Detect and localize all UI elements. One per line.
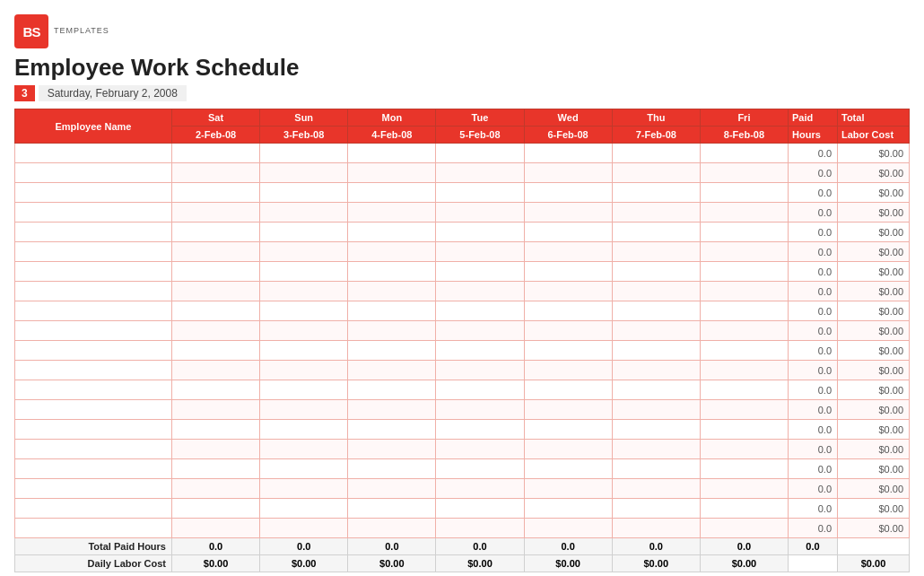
day-cell[interactable]: [612, 183, 700, 203]
day-cell[interactable]: [524, 242, 612, 262]
day-cell[interactable]: [348, 242, 436, 262]
employee-name-cell[interactable]: [15, 262, 172, 282]
day-cell[interactable]: [612, 341, 700, 361]
employee-name-cell[interactable]: [15, 459, 172, 479]
day-cell[interactable]: [260, 361, 348, 380]
day-cell[interactable]: [700, 400, 788, 420]
day-cell[interactable]: [612, 361, 700, 380]
day-cell[interactable]: [436, 203, 524, 223]
employee-name-cell[interactable]: [15, 420, 172, 440]
day-cell[interactable]: [524, 223, 612, 242]
day-cell[interactable]: [612, 163, 700, 183]
day-cell[interactable]: [436, 380, 524, 400]
day-cell[interactable]: [172, 242, 260, 262]
day-cell[interactable]: [612, 479, 700, 499]
day-cell[interactable]: [700, 499, 788, 519]
day-cell[interactable]: [436, 144, 524, 163]
day-cell[interactable]: [172, 183, 260, 203]
day-cell[interactable]: [348, 183, 436, 203]
day-cell[interactable]: [436, 262, 524, 282]
day-cell[interactable]: [348, 420, 436, 440]
day-cell[interactable]: [260, 479, 348, 499]
day-cell[interactable]: [612, 242, 700, 262]
day-cell[interactable]: [700, 479, 788, 499]
day-cell[interactable]: [612, 262, 700, 282]
day-cell[interactable]: [172, 341, 260, 361]
day-cell[interactable]: [436, 301, 524, 321]
day-cell[interactable]: [348, 262, 436, 282]
day-cell[interactable]: [700, 341, 788, 361]
day-cell[interactable]: [700, 262, 788, 282]
day-cell[interactable]: [260, 262, 348, 282]
day-cell[interactable]: [700, 203, 788, 223]
day-cell[interactable]: [260, 301, 348, 321]
day-cell[interactable]: [348, 301, 436, 321]
employee-name-cell[interactable]: [15, 361, 172, 380]
day-cell[interactable]: [524, 262, 612, 282]
day-cell[interactable]: [260, 223, 348, 242]
day-cell[interactable]: [172, 223, 260, 242]
day-cell[interactable]: [436, 459, 524, 479]
employee-name-cell[interactable]: [15, 301, 172, 321]
day-cell[interactable]: [260, 341, 348, 361]
day-cell[interactable]: [172, 203, 260, 223]
day-cell[interactable]: [436, 440, 524, 459]
employee-name-cell[interactable]: [15, 400, 172, 420]
day-cell[interactable]: [612, 400, 700, 420]
day-cell[interactable]: [700, 459, 788, 479]
day-cell[interactable]: [436, 321, 524, 341]
day-cell[interactable]: [524, 519, 612, 538]
day-cell[interactable]: [172, 519, 260, 538]
employee-name-cell[interactable]: [15, 380, 172, 400]
day-cell[interactable]: [700, 242, 788, 262]
day-cell[interactable]: [348, 519, 436, 538]
day-cell[interactable]: [612, 459, 700, 479]
day-cell[interactable]: [348, 203, 436, 223]
day-cell[interactable]: [436, 242, 524, 262]
day-cell[interactable]: [524, 203, 612, 223]
day-cell[interactable]: [348, 163, 436, 183]
day-cell[interactable]: [436, 499, 524, 519]
employee-name-cell[interactable]: [15, 203, 172, 223]
day-cell[interactable]: [260, 499, 348, 519]
day-cell[interactable]: [612, 499, 700, 519]
day-cell[interactable]: [348, 282, 436, 301]
day-cell[interactable]: [260, 400, 348, 420]
day-cell[interactable]: [524, 163, 612, 183]
day-cell[interactable]: [260, 163, 348, 183]
day-cell[interactable]: [348, 479, 436, 499]
day-cell[interactable]: [172, 301, 260, 321]
employee-name-cell[interactable]: [15, 282, 172, 301]
day-cell[interactable]: [524, 361, 612, 380]
day-cell[interactable]: [524, 144, 612, 163]
day-cell[interactable]: [612, 144, 700, 163]
day-cell[interactable]: [436, 479, 524, 499]
day-cell[interactable]: [700, 163, 788, 183]
day-cell[interactable]: [172, 163, 260, 183]
day-cell[interactable]: [700, 440, 788, 459]
day-cell[interactable]: [172, 321, 260, 341]
day-cell[interactable]: [612, 440, 700, 459]
day-cell[interactable]: [612, 301, 700, 321]
day-cell[interactable]: [700, 183, 788, 203]
day-cell[interactable]: [172, 361, 260, 380]
day-cell[interactable]: [524, 459, 612, 479]
day-cell[interactable]: [172, 420, 260, 440]
day-cell[interactable]: [172, 459, 260, 479]
day-cell[interactable]: [348, 321, 436, 341]
day-cell[interactable]: [436, 183, 524, 203]
day-cell[interactable]: [700, 420, 788, 440]
day-cell[interactable]: [436, 361, 524, 380]
day-cell[interactable]: [524, 380, 612, 400]
day-cell[interactable]: [260, 459, 348, 479]
day-cell[interactable]: [260, 440, 348, 459]
day-cell[interactable]: [260, 519, 348, 538]
day-cell[interactable]: [348, 361, 436, 380]
employee-name-cell[interactable]: [15, 163, 172, 183]
day-cell[interactable]: [524, 400, 612, 420]
employee-name-cell[interactable]: [15, 223, 172, 242]
day-cell[interactable]: [700, 519, 788, 538]
day-cell[interactable]: [524, 440, 612, 459]
day-cell[interactable]: [260, 380, 348, 400]
day-cell[interactable]: [612, 519, 700, 538]
